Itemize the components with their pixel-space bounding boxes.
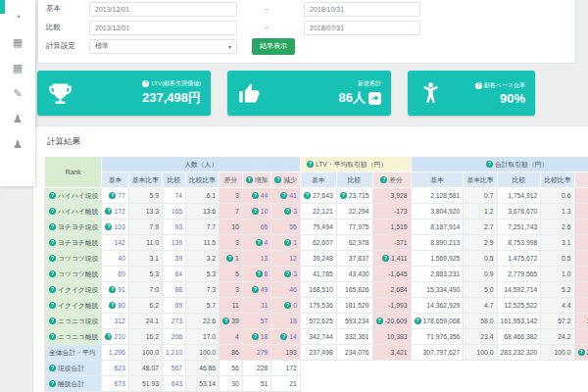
info-icon[interactable]: ? bbox=[49, 255, 56, 262]
info-icon[interactable]: ? bbox=[142, 80, 149, 87]
info-icon[interactable]: ? bbox=[246, 176, 253, 183]
cell[interactable]: 18 bbox=[271, 314, 301, 329]
compare-from-input[interactable] bbox=[89, 21, 237, 35]
cell[interactable]: ?0 bbox=[271, 298, 301, 314]
info-icon[interactable]: ? bbox=[256, 239, 263, 246]
cell[interactable]: 142 bbox=[102, 235, 128, 251]
calc-setting-select[interactable]: 標準 ▾ bbox=[89, 39, 237, 54]
cell[interactable]: 567 bbox=[162, 361, 185, 376]
info-icon[interactable]: ? bbox=[252, 286, 259, 293]
cell[interactable]: 11 bbox=[242, 298, 271, 314]
info-icon[interactable]: ? bbox=[578, 349, 585, 356]
info-icon[interactable]: ? bbox=[49, 192, 56, 199]
info-icon[interactable]: ? bbox=[475, 82, 482, 89]
info-icon[interactable]: ? bbox=[284, 270, 291, 277]
cell[interactable]: 13 bbox=[242, 251, 271, 267]
table-icon[interactable]: ▦ bbox=[13, 37, 23, 48]
cell[interactable]: ?4 bbox=[242, 235, 271, 251]
cell[interactable]: 93 bbox=[162, 220, 185, 235]
basic-from-input[interactable] bbox=[89, 2, 237, 17]
user-icon-2[interactable]: ♟ bbox=[13, 139, 23, 150]
info-icon[interactable]: ? bbox=[49, 286, 56, 293]
cell[interactable]: 1,210 bbox=[162, 345, 185, 361]
info-icon[interactable]: ? bbox=[49, 318, 56, 324]
info-icon[interactable]: ? bbox=[252, 208, 259, 215]
cell[interactable]: 65 bbox=[242, 220, 271, 235]
info-icon[interactable]: ? bbox=[280, 333, 287, 340]
cell[interactable]: 64 bbox=[162, 267, 185, 282]
table-icon-2[interactable]: ▦ bbox=[13, 63, 23, 74]
cell[interactable]: 165 bbox=[162, 204, 185, 220]
info-icon[interactable]: ? bbox=[109, 286, 116, 293]
cell[interactable]: ?8 bbox=[242, 267, 271, 282]
basic-to-input[interactable] bbox=[304, 2, 420, 17]
info-icon[interactable]: ? bbox=[274, 176, 281, 183]
cell[interactable]: ?49 bbox=[242, 282, 271, 298]
info-icon[interactable]: ? bbox=[49, 239, 56, 246]
info-icon[interactable]: ? bbox=[49, 365, 56, 371]
cell[interactable]: ?1 bbox=[271, 235, 301, 251]
cell[interactable]: 623 bbox=[102, 361, 128, 376]
cell[interactable]: 39 bbox=[162, 251, 185, 267]
info-icon[interactable]: ? bbox=[222, 318, 229, 324]
cell[interactable]: ?80 bbox=[102, 298, 128, 314]
info-icon[interactable]: ? bbox=[415, 318, 421, 324]
cell[interactable]: ?10 bbox=[242, 204, 271, 220]
edit-icon[interactable]: ✎ bbox=[13, 88, 22, 99]
info-icon[interactable]: ? bbox=[304, 192, 311, 199]
show-results-button[interactable]: 結果表示 bbox=[252, 38, 295, 55]
cell[interactable]: 69 bbox=[102, 267, 128, 282]
info-icon[interactable]: ? bbox=[340, 192, 347, 199]
cell[interactable]: ?44 bbox=[242, 188, 271, 204]
info-icon[interactable]: ? bbox=[382, 255, 389, 262]
info-icon[interactable]: ? bbox=[380, 176, 387, 183]
info-icon[interactable]: ? bbox=[49, 380, 56, 387]
cell[interactable]: ?18 bbox=[242, 329, 271, 345]
info-icon[interactable]: ? bbox=[486, 161, 493, 168]
cell[interactable]: 46 bbox=[271, 282, 301, 298]
info-icon[interactable]: ? bbox=[307, 161, 314, 168]
info-icon[interactable]: ? bbox=[280, 192, 287, 199]
cell[interactable]: 40 bbox=[102, 251, 128, 267]
cell[interactable]: 57 bbox=[242, 314, 271, 329]
cell[interactable]: 74 bbox=[162, 188, 185, 204]
cell[interactable]: 12 bbox=[271, 251, 301, 267]
cell[interactable]: 206 bbox=[162, 329, 185, 345]
compare-to-input[interactable] bbox=[304, 21, 420, 35]
cell[interactable]: 643 bbox=[162, 376, 185, 392]
pie-chart-icon[interactable]: ◔ bbox=[15, 12, 22, 23]
open-detail-icon[interactable] bbox=[368, 92, 381, 105]
cell[interactable]: ?41 bbox=[271, 188, 301, 204]
info-icon[interactable]: ? bbox=[256, 270, 263, 277]
cell[interactable]: ?77 bbox=[102, 188, 128, 204]
info-icon[interactable]: ? bbox=[284, 239, 291, 246]
cell[interactable]: ?14 bbox=[271, 329, 301, 345]
cell[interactable]: 88 bbox=[162, 282, 185, 298]
cell[interactable]: ?3 bbox=[271, 204, 301, 220]
cell[interactable]: ?103 bbox=[102, 220, 128, 235]
info-icon[interactable]: ? bbox=[105, 223, 112, 230]
cell[interactable]: 139 bbox=[162, 235, 185, 251]
cell[interactable]: 55 bbox=[271, 220, 301, 235]
info-icon[interactable]: ? bbox=[49, 270, 56, 277]
cell[interactable]: 673 bbox=[102, 376, 128, 392]
cell[interactable]: 279 bbox=[242, 345, 271, 361]
cell[interactable]: ?3 bbox=[271, 267, 301, 282]
info-icon[interactable]: ? bbox=[105, 333, 112, 340]
cell[interactable]: 273 bbox=[162, 314, 185, 329]
info-icon[interactable]: ? bbox=[252, 333, 259, 340]
info-icon[interactable]: ? bbox=[252, 192, 259, 199]
cell[interactable]: ?210 bbox=[102, 329, 128, 345]
info-icon[interactable]: ? bbox=[49, 223, 56, 230]
info-icon[interactable]: ? bbox=[105, 208, 112, 215]
info-icon[interactable]: ? bbox=[49, 302, 56, 309]
cell[interactable]: ?172 bbox=[102, 204, 128, 220]
info-icon[interactable]: ? bbox=[49, 333, 56, 340]
info-icon[interactable]: ? bbox=[376, 318, 383, 324]
info-icon[interactable]: ? bbox=[284, 208, 291, 215]
info-icon[interactable]: ? bbox=[284, 302, 291, 309]
cell[interactable]: 69 bbox=[162, 298, 185, 314]
user-icon[interactable]: ♟ bbox=[13, 114, 23, 124]
cell[interactable]: 312 bbox=[102, 314, 128, 329]
info-icon[interactable]: ? bbox=[109, 192, 116, 199]
